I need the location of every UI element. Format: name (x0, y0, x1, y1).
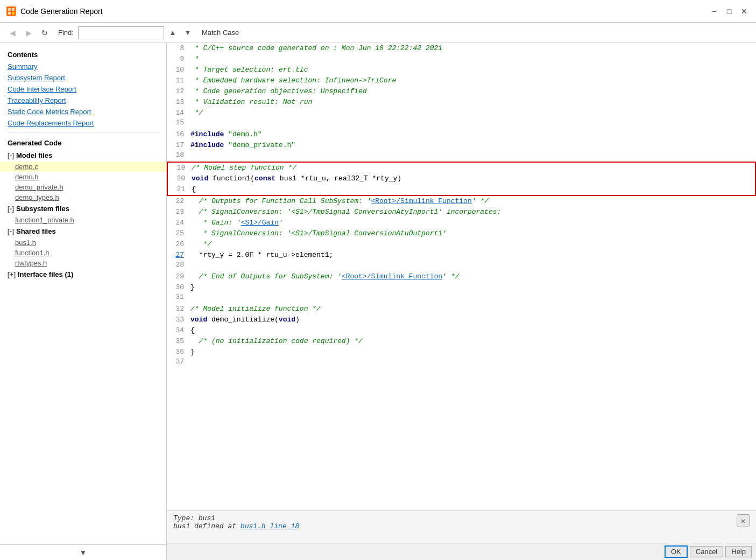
code-comment: * (190, 55, 199, 63)
code-line-11: 11 * Embedded hardware selection: Infine… (167, 75, 756, 86)
forward-button[interactable]: ▶ (22, 26, 36, 40)
code-link[interactable]: <Root>/Simulink Function (371, 197, 471, 205)
main-area: Contents Summary Subsystem Report Code I… (0, 43, 756, 560)
shared-files-toggle[interactable]: [-] (8, 228, 14, 235)
ok-button[interactable]: OK (665, 545, 688, 558)
line-number-28: 28 (167, 261, 188, 269)
line-number-25: 25 (167, 229, 188, 237)
sidebar-item-static-code[interactable]: Static Code Metrics Report (0, 106, 166, 117)
code-line-12: 12 * Code generation objectives: Unspeci… (167, 86, 756, 97)
find-up-button[interactable]: ▲ (166, 26, 179, 39)
line-code-34: { (188, 325, 756, 336)
sidebar-item-subsystem-report[interactable]: Subsystem Report (0, 72, 166, 83)
line-code-30: } (188, 282, 756, 293)
line-code-19: /* Model step function */ (189, 163, 755, 173)
defined-label: bus1 defined at bus1.h line 18 (173, 522, 731, 530)
line-code-27: *rty_y = 2.0F * rtu_u->element1; (188, 250, 756, 261)
help-button[interactable]: Help (725, 546, 752, 557)
toolbar: ◀ ▶ ↻ Find: ▲ ▼ Match Case (0, 23, 756, 43)
find-input[interactable] (78, 26, 164, 39)
code-comment: ' */ (442, 272, 459, 281)
bottom-bar: Type: bus1 bus1 defined at bus1.h line 1… (167, 510, 756, 543)
code-comment: /* SignalConversion: '<S1>/TmpSignal Con… (190, 208, 501, 216)
line-number-26: 26 (167, 240, 188, 248)
code-keyword: #include (190, 130, 224, 138)
code-line-29: 29 /* End of Outputs for SubSystem: '<Ro… (167, 271, 756, 282)
sidebar-file-function1-h[interactable]: function1.h (0, 248, 166, 258)
code-area[interactable]: 8 * C/C++ source code generated on : Mon… (167, 43, 756, 510)
cancel-button[interactable]: Cancel (690, 546, 723, 557)
line-number-9: 9 (167, 55, 188, 63)
refresh-button[interactable]: ↻ (38, 26, 52, 40)
code-line-30: 30} (167, 282, 756, 293)
code-line-23: 23 /* SignalConversion: '<S1>/TmpSignal … (167, 207, 756, 218)
sidebar-file-demo-private-h[interactable]: demo_private.h (0, 182, 166, 192)
line-number-16: 16 (167, 130, 188, 138)
code-comment: /* End of Outputs for SubSystem: ' (190, 272, 342, 281)
interface-files-toggle[interactable]: [+] (8, 271, 16, 278)
code-comment: /* Model initialize function */ (190, 305, 321, 313)
subsystem-files-toggle[interactable]: [-] (8, 205, 14, 213)
line-number-14: 14 (167, 109, 188, 117)
code-text: ) (295, 316, 300, 324)
sidebar-file-rtwtypes-h[interactable]: rtwtypes.h (0, 258, 166, 268)
bottom-bar-close-button[interactable]: ✕ (737, 514, 750, 527)
line-number-link-27[interactable]: 27 (167, 251, 188, 259)
sidebar-file-demo-c[interactable]: demo.c (0, 162, 166, 172)
line-code-36: } (188, 347, 756, 358)
line-number-15: 15 (167, 118, 188, 127)
code-link[interactable]: <S1>/Gain (241, 219, 279, 227)
line-number-35: 35 (167, 337, 188, 345)
sidebar-item-code-replacements[interactable]: Code Replacements Report (0, 117, 166, 129)
title-bar: Code Generation Report − □ ✕ (0, 0, 756, 23)
line-code-11: * Embedded hardware selection: Infineon-… (188, 75, 756, 86)
line-number-10: 10 (167, 66, 188, 74)
line-code-14: */ (188, 108, 756, 118)
sidebar-scroll-down-button[interactable]: ▼ (75, 547, 91, 558)
sidebar-file-demo-types-h[interactable]: demo_types.h (0, 192, 166, 202)
code-line-19: 19/* Model step function */ (168, 163, 755, 173)
code-text: { (192, 185, 196, 193)
code-line-25: 25 * SignalConversion: '<S1>/TmpSignal C… (167, 228, 756, 239)
code-link[interactable]: <Root>/Simulink Function (342, 272, 442, 281)
sidebar-item-traceability[interactable]: Traceability Report (0, 95, 166, 106)
line-number-20: 20 (168, 174, 189, 183)
sidebar-file-function1-private-h[interactable]: function1_private.h (0, 215, 166, 225)
code-keyword: void (190, 316, 207, 324)
line-code-26: */ (188, 239, 756, 250)
line-code-32: /* Model initialize function */ (188, 304, 756, 314)
line-number-30: 30 (167, 283, 188, 291)
code-text: } (190, 348, 195, 356)
sidebar-file-bus1-h[interactable]: bus1.h (0, 237, 166, 248)
model-files-header: [-] Model files (0, 149, 166, 162)
close-button[interactable]: ✕ (739, 6, 750, 17)
maximize-button[interactable]: □ (724, 6, 734, 17)
bus1h-line-link[interactable]: bus1.h line 18 (241, 522, 299, 530)
line-code-9: * (188, 54, 756, 65)
code-line-24: 24 * Gain: '<S1>/Gain' (167, 218, 756, 228)
minimize-button[interactable]: − (709, 6, 719, 17)
code-comment: */ (190, 240, 211, 248)
code-line-9: 9 * (167, 54, 756, 65)
code-line-15: 15 (167, 118, 756, 129)
sidebar-divider-1 (8, 132, 159, 132)
find-down-button[interactable]: ▼ (181, 26, 194, 39)
line-number-18: 18 (167, 151, 188, 159)
sidebar-item-summary[interactable]: Summary (0, 61, 166, 72)
line-number-32: 32 (167, 305, 188, 313)
line-code-23: /* SignalConversion: '<S1>/TmpSignal Con… (188, 207, 756, 218)
line-number-17: 17 (167, 141, 188, 149)
sidebar-item-code-interface[interactable]: Code Interface Report (0, 83, 166, 95)
sidebar: Contents Summary Subsystem Report Code I… (0, 43, 167, 560)
svg-rect-3 (8, 12, 11, 15)
code-comment: * Validation result: Not run (190, 98, 312, 106)
back-button[interactable]: ◀ (5, 26, 19, 40)
code-comment: * SignalConversion: '<S1>/TmpSignal Conv… (190, 229, 447, 237)
contents-title: Contents (0, 47, 166, 61)
sidebar-scroll: Contents Summary Subsystem Report Code I… (0, 43, 166, 544)
model-files-toggle[interactable]: [-] (8, 152, 14, 159)
line-number-29: 29 (167, 272, 188, 281)
line-code-33: void demo_initialize(void) (188, 314, 756, 325)
sidebar-file-demo-h[interactable]: demo.h (0, 172, 166, 182)
model-files-label: Model files (16, 151, 52, 159)
